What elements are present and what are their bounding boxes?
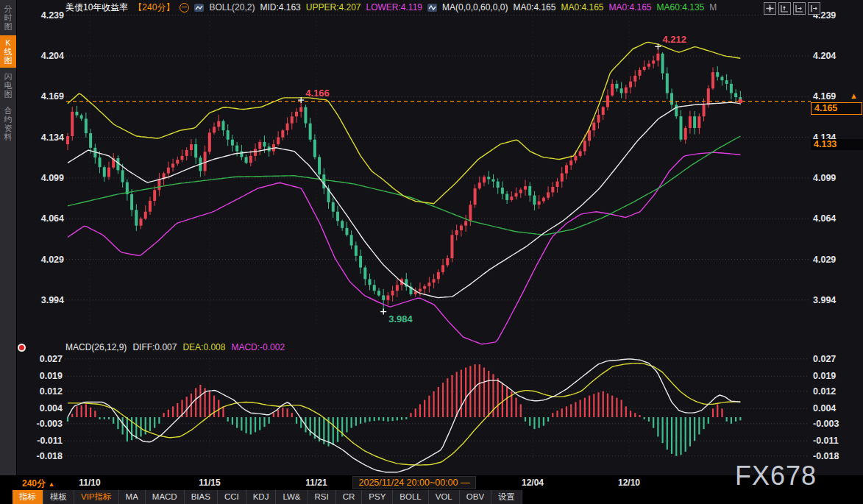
macd-y-label-right: -0.011 [813, 436, 839, 446]
toolbar-tab[interactable]: LW& [276, 490, 308, 504]
macd-y-label-left: 0.027 [40, 354, 63, 364]
sidebar-tab[interactable]: K线图 [0, 35, 16, 68]
candle-body [336, 212, 339, 221]
macd-y-label-left: -0.003 [37, 419, 63, 429]
sidebar-tab[interactable]: 分时图 [0, 1, 16, 34]
sidebar: 分时图K线图闪电图合约资料 [0, 0, 17, 475]
extreme-price-label: 4.166 [305, 88, 330, 99]
toolbar-tab[interactable]: PSY [362, 490, 393, 504]
candle-body [355, 246, 358, 256]
ma-value: MA60:4.135 [657, 2, 705, 13]
candle-body [107, 168, 110, 177]
toolbar-tab[interactable]: RSI [308, 490, 336, 504]
candle-body [71, 112, 74, 136]
candle-body [693, 116, 696, 128]
toolbar-tab[interactable]: 模板 [43, 490, 74, 504]
y-axis-label-right: 4.204 [813, 51, 836, 61]
candle-body [716, 72, 719, 77]
kline-app: 4.2394.2394.2044.2044.1694.1694.1344.134… [0, 0, 863, 504]
macd-y-label-left: 0.004 [40, 403, 63, 414]
candle-body [483, 177, 486, 182]
indicator-toolbar: 指标模板VIP指标MAMACDBIASCCIKDJLW&RSICRPSYBOLL… [13, 490, 522, 504]
shift-right-icon[interactable] [808, 2, 820, 15]
y-axis-label-left: 4.239 [41, 10, 64, 21]
toolbar-tab[interactable]: CCI [218, 490, 246, 504]
candle-body [633, 76, 636, 82]
macd-y-label-left: 0.012 [40, 386, 63, 397]
toolbar-tab[interactable]: OBV [460, 490, 491, 504]
candle-body [419, 289, 422, 292]
candle-body [227, 130, 230, 140]
candle-body [130, 194, 133, 210]
boll-indicator-icon[interactable] [194, 3, 204, 13]
expand-right-icon[interactable] [793, 2, 806, 15]
candle-body [263, 142, 266, 146]
watermark: FX678 [735, 461, 817, 491]
candle-body [153, 190, 156, 201]
expand-up-icon[interactable] [778, 2, 791, 15]
candle-body [185, 150, 188, 156]
candle-body [446, 258, 449, 265]
candle-body [286, 124, 289, 130]
candle-body [561, 174, 564, 182]
sidebar-tab[interactable]: 合约资料 [0, 103, 16, 144]
candle-body [602, 107, 605, 116]
x-tick-label: 12/10 [618, 478, 640, 488]
toolbar-tab[interactable]: VIP指标 [74, 490, 119, 504]
candle-body [167, 168, 170, 174]
period-label[interactable]: 【240分】 [133, 1, 174, 14]
toolbar-tab[interactable]: MACD [146, 490, 185, 504]
macd-y-label-left: -0.018 [37, 451, 63, 461]
x-axis-strip: 240分 ▲ 11/1011/1511/2112/0412/10 2025/11… [0, 475, 863, 490]
candle-body [679, 116, 682, 140]
candle-body [176, 160, 179, 163]
candle-body [597, 115, 600, 123]
y-axis-label-left: 4.134 [41, 132, 64, 143]
current-price-tag: 4.165 [811, 102, 862, 115]
candle-body [149, 201, 152, 212]
candle-body [579, 152, 582, 156]
toolbar-tab[interactable]: BOLL [393, 490, 428, 504]
candle-body [204, 152, 207, 171]
jump-to-latest-icon[interactable]: ▲ [850, 91, 858, 100]
ma-indicator-icon[interactable] [427, 3, 437, 13]
y-axis-label-left: 4.169 [41, 91, 64, 102]
toolbar-tab[interactable]: VOL [429, 490, 460, 504]
candle-body [341, 221, 344, 227]
candle-body [711, 72, 714, 88]
collapse-icon[interactable] [180, 3, 189, 13]
candle-body [299, 107, 302, 112]
candle-body [697, 116, 700, 128]
toolbar-tab[interactable]: CR [336, 490, 363, 504]
candle-body [254, 149, 257, 155]
candle-body [455, 230, 458, 235]
toolbar-tab[interactable]: 指标 [13, 490, 43, 504]
y-axis-label-left: 4.204 [41, 51, 64, 61]
macd-y-label-left: 0.019 [40, 371, 63, 381]
candle-body [684, 128, 687, 140]
macd-macd-value: MACD:-0.002 [231, 342, 285, 352]
toolbar-tab[interactable]: MA [119, 490, 146, 504]
selected-candle-time: 2025/11/24 20:00~00:00 — [352, 476, 476, 489]
toolbar-tab[interactable]: 设置 [491, 490, 522, 504]
boll-mid-value: MID:4.163 [260, 2, 300, 13]
pan-icon[interactable] [764, 2, 776, 15]
candle-body [533, 196, 536, 205]
macd-name: MACD(26,12,9) [65, 342, 127, 352]
candle-body [620, 88, 623, 93]
candle-body [391, 291, 394, 295]
candle-body [629, 82, 632, 88]
alert-icon[interactable] [18, 344, 26, 352]
sidebar-tab[interactable]: 闪电图 [0, 69, 16, 102]
candle-body [647, 64, 650, 67]
toolbar-tab[interactable]: KDJ [246, 490, 277, 504]
price-chart[interactable]: 4.2394.2394.2044.2044.1694.1694.1344.134… [0, 0, 863, 504]
candle-body [171, 163, 174, 167]
y-axis-label-left: 4.029 [41, 255, 64, 265]
x-axis-period[interactable]: 240分 ▲ [22, 478, 54, 490]
candle-body [551, 187, 554, 192]
toolbar-tab[interactable]: BIAS [185, 490, 218, 504]
candle-body [437, 272, 440, 279]
candle-body [318, 157, 321, 174]
macd-header: MACD(26,12,9) DIFF:0.007 DEA:0.008 MACD:… [65, 341, 285, 353]
